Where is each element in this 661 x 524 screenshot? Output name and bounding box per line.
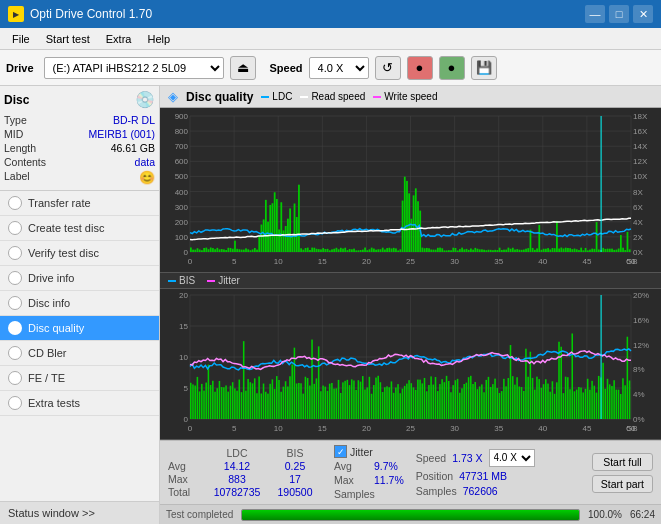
nav-dot-transfer	[8, 196, 22, 210]
chart-title: Disc quality	[186, 90, 253, 104]
ldc-label: LDC	[272, 91, 292, 102]
stats-blank	[168, 447, 204, 459]
stats-header-row: LDC BIS	[168, 447, 320, 459]
start-full-button[interactable]: Start full	[592, 453, 653, 471]
nav-create-test[interactable]: Create test disc	[0, 216, 159, 241]
samples-row: Samples	[334, 488, 404, 500]
drive-label: Drive	[6, 62, 34, 74]
chart-header: ◈ Disc quality LDC Read speed Write spee…	[160, 86, 661, 108]
jitter-checkbox[interactable]: ✓	[334, 445, 347, 458]
action-buttons: Start full Start part	[592, 453, 653, 493]
speed-stat-select[interactable]: 4.0 X	[489, 449, 535, 467]
jitter-check-row: ✓ Jitter	[334, 445, 404, 458]
disc-length-value: 46.61 GB	[111, 142, 155, 154]
legend-read: Read speed	[300, 91, 365, 102]
bottom-chart	[160, 289, 661, 440]
save-button[interactable]: 💾	[471, 56, 497, 80]
avg-ldc: 14.12	[208, 460, 266, 472]
status-text: Test completed	[166, 509, 233, 520]
menu-bar: File Start test Extra Help	[0, 28, 661, 50]
disc-label-icon[interactable]: 😊	[139, 170, 155, 185]
max-ldc: 883	[208, 473, 266, 485]
nav-fe-te[interactable]: FE / TE	[0, 366, 159, 391]
disc-panel: Disc 💿 Type BD-R DL MID MEIRB1 (001) Len…	[0, 86, 159, 191]
bottom-chart-canvas	[160, 289, 661, 439]
nav-drive-info[interactable]: Drive info	[0, 266, 159, 291]
jitter-label: Jitter	[218, 275, 240, 286]
start-part-button[interactable]: Start part	[592, 475, 653, 493]
ldc-dot	[261, 96, 269, 98]
color2-button[interactable]: ●	[439, 56, 465, 80]
menu-file[interactable]: File	[4, 31, 38, 47]
nav-cd-bler[interactable]: CD Bler	[0, 341, 159, 366]
charts-container: BIS Jitter	[160, 108, 661, 440]
jitter-max-row: Max 11.7%	[334, 474, 404, 486]
disc-contents-label: Contents	[4, 156, 46, 168]
legend-jitter: Jitter	[207, 275, 240, 286]
legend-bis: BIS	[168, 275, 195, 286]
eject-button[interactable]: ⏏	[230, 56, 256, 80]
disc-label-row: Label 😊	[4, 169, 155, 186]
drive-select[interactable]: (E:) ATAPI iHBS212 2 5L09	[44, 57, 224, 79]
menu-help[interactable]: Help	[139, 31, 178, 47]
disc-refresh-icon[interactable]: 💿	[135, 90, 155, 109]
disc-header: Disc 💿	[4, 90, 155, 109]
samples-stat-value: 762606	[463, 485, 498, 497]
progress-bar-container: Test completed 100.0% 66:24	[160, 504, 661, 524]
disc-type-label: Type	[4, 114, 27, 126]
position-label: Position	[416, 470, 453, 482]
jitter-avg-val: 9.7%	[374, 460, 398, 472]
nav-label-fe-te: FE / TE	[28, 372, 65, 384]
title-bar-controls: — □ ✕	[585, 5, 653, 23]
status-window-button[interactable]: Status window >>	[0, 501, 159, 524]
toolbar: Drive (E:) ATAPI iHBS212 2 5L09 ⏏ Speed …	[0, 50, 661, 86]
speed-stat-label: Speed	[416, 452, 446, 464]
color1-button[interactable]: ●	[407, 56, 433, 80]
refresh-button[interactable]: ↺	[375, 56, 401, 80]
nav-transfer-rate[interactable]: Transfer rate	[0, 191, 159, 216]
nav-label-disc-quality: Disc quality	[28, 322, 84, 334]
bis-label: BIS	[179, 275, 195, 286]
legend-write: Write speed	[373, 91, 437, 102]
jitter-section: ✓ Jitter Avg 9.7% Max 11.7% Samples	[334, 445, 404, 500]
nav-verify-test[interactable]: Verify test disc	[0, 241, 159, 266]
menu-start-test[interactable]: Start test	[38, 31, 98, 47]
nav-dot-verify	[8, 246, 22, 260]
main-layout: Disc 💿 Type BD-R DL MID MEIRB1 (001) Len…	[0, 86, 661, 524]
stats-section: LDC BIS Avg 14.12 0.25 Max 883 17 Total …	[168, 447, 320, 498]
position-row: Position 47731 MB	[416, 470, 535, 482]
position-value: 47731 MB	[459, 470, 507, 482]
stats-bar: LDC BIS Avg 14.12 0.25 Max 883 17 Total …	[160, 440, 661, 504]
speed-select[interactable]: 4.0 X	[309, 57, 369, 79]
nav-disc-quality[interactable]: Disc quality	[0, 316, 159, 341]
disc-mid-label: MID	[4, 128, 23, 140]
read-dot	[300, 96, 308, 98]
jitter-label-text: Jitter	[350, 446, 373, 458]
nav-label-drive: Drive info	[28, 272, 74, 284]
progress-percent: 100.0%	[588, 509, 622, 520]
close-button[interactable]: ✕	[633, 5, 653, 23]
disc-type-row: Type BD-R DL	[4, 113, 155, 127]
maximize-button[interactable]: □	[609, 5, 629, 23]
nav-disc-info[interactable]: Disc info	[0, 291, 159, 316]
disc-mid-value: MEIRB1 (001)	[88, 128, 155, 140]
nav-extra-tests[interactable]: Extra tests	[0, 391, 159, 416]
write-label: Write speed	[384, 91, 437, 102]
total-ldc: 10782735	[208, 486, 266, 498]
speed-row: Speed 1.73 X 4.0 X	[416, 449, 535, 467]
ldc-header: LDC	[208, 447, 266, 459]
avg-bis: 0.25	[270, 460, 320, 472]
avg-row: Avg 14.12 0.25	[168, 460, 320, 472]
app-title: Opti Drive Control 1.70	[30, 7, 152, 21]
legend-ldc: LDC	[261, 91, 292, 102]
nav-dot-create	[8, 221, 22, 235]
write-dot	[373, 96, 381, 98]
speed-section: Speed 1.73 X 4.0 X Position 47731 MB Sam…	[416, 449, 535, 497]
nav-label-disc-info: Disc info	[28, 297, 70, 309]
title-bar-left: ▶ Opti Drive Control 1.70	[8, 6, 152, 22]
minimize-button[interactable]: —	[585, 5, 605, 23]
disc-type-value: BD-R DL	[113, 114, 155, 126]
progress-track	[241, 509, 580, 521]
menu-extra[interactable]: Extra	[98, 31, 140, 47]
jitter-max-label: Max	[334, 474, 370, 486]
